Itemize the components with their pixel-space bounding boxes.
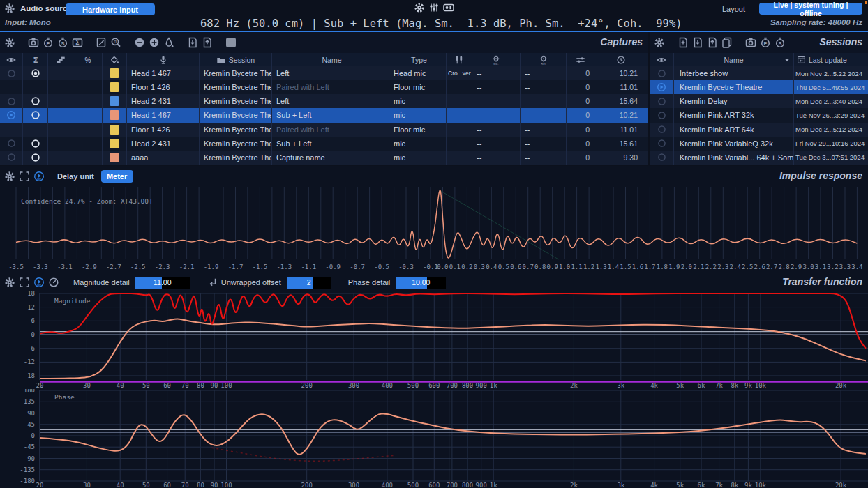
capture-color-swatch[interactable] — [110, 110, 119, 120]
unwrapped-offset-slider[interactable]: 2 — [287, 277, 331, 289]
phase-chart[interactable]: 18013590450-45-90-135-180203040506070809… — [0, 389, 868, 488]
transfer-fullscreen-icon[interactable] — [17, 275, 31, 290]
captures-settings-icon[interactable] — [2, 36, 17, 50]
session-row[interactable]: Kremlin Bycetre TheatreThu Dec 5...49:55… — [650, 80, 868, 94]
visibility-ring-icon[interactable] — [657, 111, 666, 120]
captures-open-file-icon[interactable] — [200, 36, 214, 50]
transfer-function-panel: live Magnitude detail 11.00 Unwrapped of… — [0, 273, 868, 488]
meter-button[interactable]: Meter — [101, 170, 133, 183]
audio-source-settings-icon[interactable] — [4, 3, 15, 14]
capture-row[interactable]: Head 2 431Kremlin Bycetre TheatreLeftmic… — [0, 94, 648, 108]
sessions-timer-s-icon[interactable]: S — [772, 36, 787, 50]
visibility-ring-icon[interactable] — [657, 97, 666, 106]
svg-text:%: % — [84, 56, 91, 63]
capture-color-swatch[interactable] — [110, 125, 119, 135]
svg-text:P: P — [763, 40, 767, 47]
sum-radio-unchecked[interactable] — [31, 96, 40, 106]
impulse-fullscreen-icon[interactable] — [17, 169, 31, 184]
captures-add-icon[interactable] — [147, 36, 161, 50]
sessions-settings-icon[interactable] — [652, 36, 666, 50]
capture-name: Sub + Left — [272, 108, 389, 122]
session-row[interactable]: Kremlin Pink VariableQ 32kFri Nov 29...1… — [650, 137, 868, 151]
sum-radio-unchecked[interactable] — [31, 110, 40, 120]
captures-note-icon[interactable] — [93, 36, 108, 50]
session-row[interactable]: Kremlin Pink ART 32kTue Nov 26...3:29 20… — [650, 108, 868, 122]
input-mode-label: Input: Mono — [5, 18, 51, 26]
play-icon[interactable] — [657, 82, 666, 92]
play-icon[interactable] — [6, 110, 16, 120]
last-update-header[interactable]: Last update — [809, 56, 847, 64]
captures-timer-s-icon[interactable]: S — [55, 36, 70, 50]
svg-text:5k: 5k — [676, 482, 684, 488]
capture-color-swatch[interactable] — [110, 68, 119, 78]
magnitude-detail-slider[interactable]: 11.00 — [135, 277, 190, 289]
magnitude-chart[interactable]: 181260-6-12-1820304050607080901002003004… — [0, 291, 868, 389]
impulse-live-icon[interactable]: live — [31, 169, 46, 184]
capture-color-swatch[interactable] — [110, 153, 119, 162]
hardware-input-button[interactable]: Hardware input — [66, 3, 155, 15]
sum-radio-unchecked[interactable] — [31, 153, 40, 162]
visibility-ring-icon[interactable] — [657, 139, 666, 148]
capture-row[interactable]: Head 2 431Kremlin Bycetre TheatreSub + L… — [0, 137, 648, 151]
visibility-ring-icon[interactable] — [657, 153, 666, 162]
unwrap-icon[interactable] — [205, 275, 220, 290]
io-icon[interactable] — [443, 2, 454, 13]
sum-radio-checked[interactable] — [31, 68, 40, 78]
sessions-new-file-icon[interactable] — [675, 36, 690, 50]
sampling-rate-label: Sampling rate: 48000 Hz — [770, 18, 862, 26]
sessions-timer-p-icon[interactable]: P — [758, 36, 772, 50]
sessions-name-header[interactable]: Name — [724, 56, 743, 64]
visibility-ring-icon[interactable] — [7, 153, 16, 162]
visibility-ring-icon[interactable] — [657, 125, 666, 134]
sessions-save-file-icon[interactable] — [690, 36, 705, 50]
svg-text:1.3: 1.3 — [595, 264, 606, 270]
svg-text:600: 600 — [428, 482, 440, 488]
sessions-duplicate-icon[interactable] — [719, 36, 734, 50]
settings-icon[interactable] — [414, 2, 425, 13]
transfer-gauge-icon[interactable] — [46, 275, 61, 290]
transfer-settings-icon[interactable] — [2, 275, 17, 290]
visibility-ring-icon[interactable] — [7, 97, 16, 106]
captures-timer-p-icon[interactable]: P — [40, 36, 55, 50]
visibility-ring-icon[interactable] — [7, 69, 16, 78]
svg-text:18: 18 — [27, 291, 35, 297]
svg-text:1.4: 1.4 — [608, 264, 619, 270]
session-row[interactable]: Kremlin DelayMon Dec 2...3:40 2024 — [650, 94, 868, 108]
filter-down-icon[interactable] — [783, 56, 791, 64]
capture-color-swatch[interactable] — [110, 96, 119, 106]
captures-delay-finder-icon[interactable]: d — [108, 36, 123, 50]
session-row[interactable]: Kremlin Pink Variabl... 64k + Some comme… — [650, 151, 868, 165]
sessions-open-file-icon[interactable] — [705, 36, 719, 50]
impulse-settings-icon[interactable] — [2, 169, 17, 184]
captures-paint-icon[interactable] — [161, 36, 176, 50]
sum-radio-unchecked[interactable] — [31, 139, 40, 148]
transfer-live-icon[interactable]: live — [31, 275, 46, 290]
capture-color-swatch[interactable] — [110, 82, 119, 92]
capture-type: Head mic — [389, 66, 447, 80]
svg-text:30: 30 — [83, 382, 91, 389]
svg-text:1.7: 1.7 — [644, 264, 655, 270]
captures-sum-store-icon[interactable]: Σ — [70, 36, 84, 50]
captures-store-icon[interactable] — [26, 36, 40, 50]
capture-row[interactable]: Head 1 467Kremlin Bycetre TheatreSub + L… — [0, 108, 648, 122]
mixer-icon[interactable] — [428, 2, 440, 13]
capture-row[interactable]: Floor 1 426Kremlin Bycetre TheatrePaired… — [0, 80, 648, 94]
sessions-store-icon[interactable] — [743, 36, 758, 50]
svg-text:Ref.: Ref. — [541, 61, 546, 64]
visibility-ring-icon[interactable] — [657, 69, 666, 78]
captures-swatch-icon[interactable] — [223, 36, 238, 50]
capture-row[interactable]: Head 1 467Kremlin Bycetre TheatreLeftHea… — [0, 66, 648, 80]
visibility-ring-icon[interactable] — [7, 139, 16, 148]
phase-detail-value: 10.00 — [412, 278, 430, 287]
captures-remove-icon[interactable] — [132, 36, 147, 50]
capture-row[interactable]: Floor 1 426Kremlin Bycetre TheatrePaired… — [0, 123, 648, 137]
mode-switch-button[interactable]: Live | system tuning | offline — [759, 3, 862, 15]
percent-icon: % — [83, 55, 93, 65]
capture-row[interactable]: aaaaKremlin Bycetre TheatreCapture namem… — [0, 151, 648, 165]
session-row[interactable]: Interbee showMon Nov 2...5:22 2024 — [650, 66, 868, 80]
session-row[interactable]: Kremlin Pink ART 64kMon Dec 2...5:12 202… — [650, 123, 868, 137]
capture-color-swatch[interactable] — [110, 139, 119, 148]
captures-save-file-icon[interactable] — [185, 36, 200, 50]
phase-detail-slider[interactable]: 10.00 — [396, 277, 446, 289]
impulse-response-chart[interactable]: -3.5-3.3-3.1-2.9-2.7-2.5-2.3-2.1-1.9-1.7… — [0, 185, 868, 273]
